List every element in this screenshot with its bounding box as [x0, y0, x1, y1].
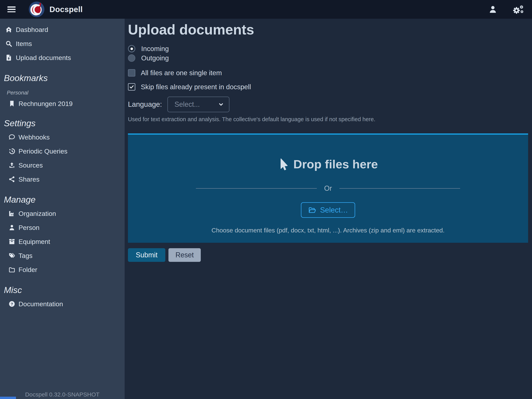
- sidebar-section-manage: Manage: [0, 193, 125, 206]
- person-icon: [8, 224, 16, 232]
- docspell-app: Docspell: [0, 0, 532, 399]
- checkbox-skip-duplicates[interactable]: Skip files already present in docspell: [128, 83, 528, 91]
- language-label: Language:: [128, 100, 162, 109]
- divider-line: [196, 188, 317, 189]
- dropzone-title: Drop files here: [278, 157, 378, 171]
- menu-icon[interactable]: [7, 6, 16, 12]
- sidebar-item-label: Items: [16, 40, 32, 48]
- sidebar-section-settings: Settings: [0, 116, 125, 130]
- sidebar-item-label: Sources: [19, 161, 43, 169]
- radio-outgoing[interactable]: Outgoing: [128, 53, 528, 63]
- sidebar-item-label: Person: [19, 224, 39, 232]
- sidebar-item-label: Documentation: [19, 300, 63, 308]
- sidebar-item-label: Tags: [19, 252, 32, 259]
- sidebar-item-organization[interactable]: Organization: [0, 206, 125, 220]
- sidebar-item-label: Organization: [19, 210, 56, 217]
- language-row: Language: Select...: [128, 97, 528, 112]
- upload-icon: [8, 161, 16, 169]
- select-files-button[interactable]: Select…: [301, 202, 355, 218]
- user-account-icon[interactable]: [488, 5, 497, 14]
- sidebar-item-upload-documents[interactable]: Upload documents: [0, 51, 125, 65]
- divider-line: [339, 188, 460, 189]
- sidebar-item-periodic-queries[interactable]: Periodic Queries: [0, 144, 125, 158]
- checkbox-label: Skip files already present in docspell: [141, 83, 251, 91]
- sidebar-item-label: Folder: [19, 266, 37, 274]
- folder-open-icon: [308, 206, 316, 214]
- sidebar-item-label: Upload documents: [16, 54, 71, 62]
- radio-label: Incoming: [141, 45, 169, 53]
- page-title: Upload documents: [128, 22, 528, 37]
- dropzone-description: Choose document files (pdf, docx, txt, h…: [211, 227, 444, 234]
- file-dropzone[interactable]: Drop files here Or Select… Choose docume…: [128, 134, 528, 243]
- submit-button[interactable]: Submit: [128, 248, 165, 262]
- upload-page: Upload documents Incoming Outgoing All f…: [125, 19, 532, 399]
- sidebar-section-bookmarks: Bookmarks: [0, 71, 125, 85]
- search-icon: [5, 40, 13, 48]
- sidebar-item-label: Equipment: [19, 238, 50, 245]
- comment-icon: [8, 133, 16, 141]
- sidebar-item-label: Shares: [19, 175, 39, 183]
- app-title: Docspell: [50, 5, 83, 14]
- direction-radio-group: Incoming Outgoing: [128, 44, 528, 63]
- folder-icon: [8, 266, 16, 274]
- or-divider: Or: [196, 184, 460, 193]
- language-select[interactable]: Select...: [167, 97, 229, 112]
- checkbox-unchecked-icon[interactable]: [128, 69, 135, 77]
- radio-selected-icon[interactable]: [128, 45, 135, 52]
- box-icon: [8, 238, 16, 245]
- sidebar-item-folder[interactable]: Folder: [0, 263, 125, 277]
- language-select-value: Select...: [174, 100, 218, 109]
- select-files-label: Select…: [320, 206, 348, 214]
- sidebar-item-label: Webhooks: [19, 134, 50, 141]
- industry-icon: [8, 210, 16, 217]
- radio-label: Outgoing: [141, 54, 169, 62]
- sidebar-section-misc: Misc: [0, 283, 125, 297]
- app-version: Docspell 0.32.0-SNAPSHOT: [0, 391, 125, 398]
- radio-unselected-icon[interactable]: [128, 54, 135, 62]
- home-icon: [5, 26, 13, 33]
- sidebar: Dasbhoard Items Upload documents Bookmar…: [0, 19, 125, 399]
- sidebar-item-sources[interactable]: Sources: [0, 158, 125, 172]
- form-actions: Submit Reset: [128, 248, 528, 262]
- sidebar-item-equipment[interactable]: Equipment: [0, 235, 125, 249]
- sidebar-item-dashboard[interactable]: Dasbhoard: [0, 23, 125, 37]
- language-hint: Used for text extraction and analysis. T…: [128, 116, 528, 122]
- question-circle-icon: ?: [8, 300, 16, 308]
- history-icon: [8, 147, 16, 155]
- share-nodes-icon: [8, 175, 16, 183]
- sidebar-item-documentation[interactable]: ? Documentation: [0, 297, 125, 311]
- svg-text:?: ?: [11, 302, 13, 306]
- mouse-pointer-icon: [278, 158, 289, 170]
- checkbox-single-item[interactable]: All files are one single item: [128, 69, 528, 77]
- sidebar-item-label: Dasbhoard: [16, 26, 48, 33]
- radio-incoming[interactable]: Incoming: [128, 44, 528, 53]
- sidebar-item-items[interactable]: Items: [0, 37, 125, 51]
- sidebar-item-label: Rechnungen 2019: [19, 100, 73, 108]
- bookmark-group-label: Personal: [0, 88, 125, 97]
- topbar: Docspell: [0, 0, 532, 19]
- sidebar-item-bookmark[interactable]: Rechnungen 2019: [0, 97, 125, 110]
- sidebar-item-shares[interactable]: Shares: [0, 172, 125, 186]
- checkbox-label: All files are one single item: [141, 69, 222, 77]
- topbar-actions: [488, 5, 526, 14]
- chevron-down-icon: [218, 102, 224, 107]
- file-upload-icon: [5, 54, 13, 62]
- tags-icon: [8, 252, 16, 259]
- checkbox-checked-icon[interactable]: [128, 83, 135, 90]
- sidebar-item-tags[interactable]: Tags: [0, 249, 125, 263]
- bookmark-icon: [8, 100, 16, 108]
- docspell-logo: [29, 1, 44, 17]
- settings-gears-icon[interactable]: [513, 5, 524, 14]
- reset-button[interactable]: Reset: [168, 248, 201, 262]
- horizontal-scrollbar-thumb[interactable]: [0, 397, 16, 399]
- sidebar-item-person[interactable]: Person: [0, 220, 125, 235]
- sidebar-item-label: Periodic Queries: [19, 148, 67, 155]
- sidebar-item-webhooks[interactable]: Webhooks: [0, 130, 125, 144]
- divider-label: Or: [324, 184, 332, 193]
